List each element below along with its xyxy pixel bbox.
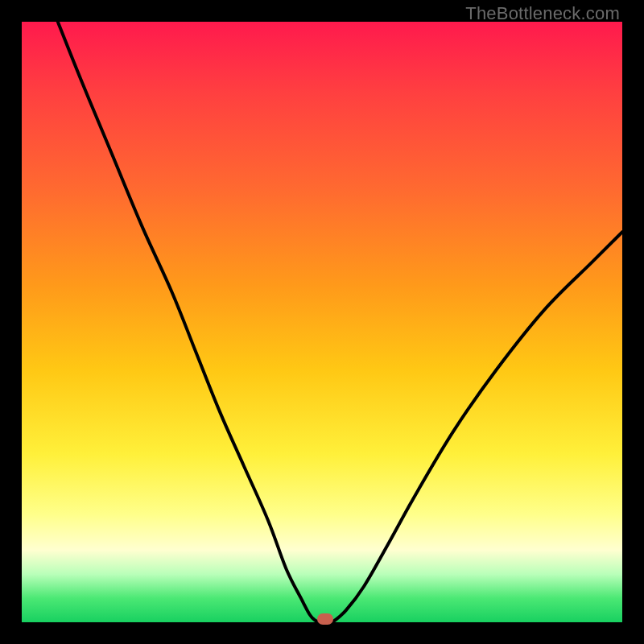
plot-area: [22, 22, 622, 622]
curve-path: [58, 22, 622, 621]
bottleneck-curve: [22, 22, 622, 622]
chart-frame: TheBottleneck.com: [0, 0, 644, 644]
minimum-marker: [317, 613, 333, 625]
